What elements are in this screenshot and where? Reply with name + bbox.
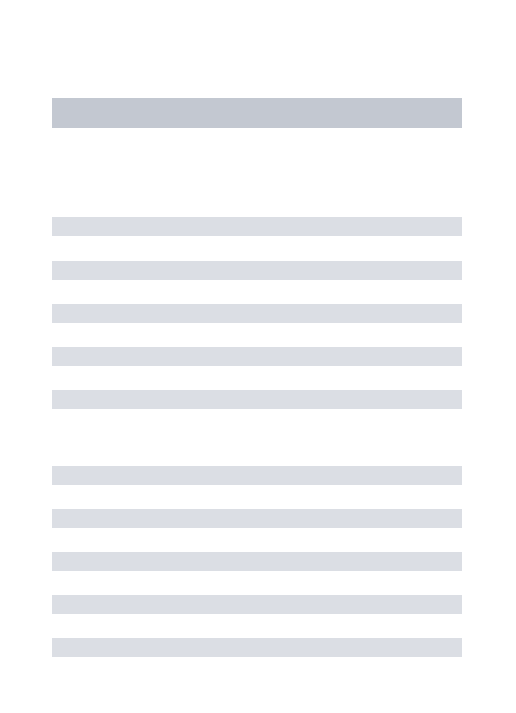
skeleton-line	[52, 217, 462, 236]
skeleton-header	[52, 98, 462, 128]
skeleton-line	[52, 390, 462, 409]
skeleton-line	[52, 595, 462, 614]
skeleton-line	[52, 509, 462, 528]
skeleton-line	[52, 347, 462, 366]
skeleton-line	[52, 466, 462, 485]
skeleton-line	[52, 304, 462, 323]
skeleton-line	[52, 552, 462, 571]
skeleton-line	[52, 638, 462, 657]
skeleton-line	[52, 261, 462, 280]
